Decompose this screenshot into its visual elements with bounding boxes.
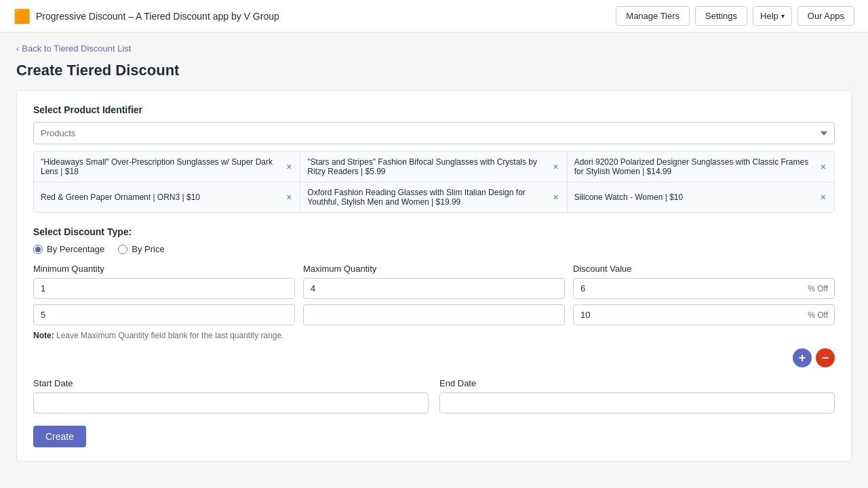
- max-qty-wrapper-1: [303, 278, 565, 299]
- min-qty-input-2[interactable]: [33, 304, 295, 325]
- product-tag-p1: "Hideaways Small" Over-Prescription Sung…: [34, 152, 300, 182]
- product-tag-label-p1: "Hideaways Small" Over-Prescription Sung…: [41, 157, 281, 176]
- main-card: Select Product Identifier Products "Hide…: [16, 90, 852, 462]
- settings-button[interactable]: Settings: [695, 6, 747, 26]
- app-logo-icon: 🟧: [14, 8, 31, 24]
- header-actions: Manage Tiers Settings Help ▾ Our Apps: [616, 6, 854, 26]
- date-section: Start Date End Date: [33, 378, 835, 413]
- min-qty-header: Minimum Quantity: [33, 264, 295, 274]
- product-tag-p2: "Stars and Stripes" Fashion Bifocal Sung…: [300, 152, 567, 182]
- product-tag-label-p2: "Stars and Stripes" Fashion Bifocal Sung…: [307, 157, 547, 176]
- app-header: 🟧 Progressive Discount – A Tiered Discou…: [0, 0, 868, 33]
- help-button[interactable]: Help ▾: [753, 6, 792, 26]
- product-tag-remove-p4[interactable]: ×: [285, 192, 293, 202]
- create-button[interactable]: Create: [33, 426, 86, 447]
- manage-tiers-button[interactable]: Manage Tiers: [616, 6, 690, 26]
- min-qty-wrapper-2: [33, 304, 295, 325]
- max-qty-wrapper-2: [303, 304, 565, 325]
- product-tag-p3: Adori 92020 Polarized Designer Sunglasse…: [568, 152, 834, 182]
- app-title-area: 🟧 Progressive Discount – A Tiered Discou…: [14, 8, 616, 24]
- product-select[interactable]: Products: [33, 122, 835, 144]
- by-percentage-radio[interactable]: [33, 245, 43, 254]
- product-tag-p6: Silicone Watch - Women | $10 ×: [568, 182, 834, 212]
- product-tag-label-p6: Silicone Watch - Women | $10: [574, 192, 815, 202]
- end-date-container: End Date: [439, 378, 835, 413]
- by-price-radio[interactable]: [118, 245, 127, 254]
- product-tag-p5: Oxford Fashion Reading Glasses with Slim…: [300, 182, 567, 212]
- selected-products-grid: "Hideaways Small" Over-Prescription Sung…: [33, 151, 835, 213]
- discount-type-radio-group: By Percentage By Price: [33, 244, 835, 254]
- app-title: Progressive Discount – A Tiered Discount…: [36, 11, 279, 22]
- min-qty-input-1[interactable]: [33, 278, 295, 299]
- product-tag-label-p4: Red & Green Paper Ornament | ORN3 | $10: [41, 192, 281, 202]
- quantity-headers: Minimum Quantity Maximum Quantity Discou…: [33, 264, 835, 274]
- page-content: ‹ Back to Tiered Discount List Create Ti…: [0, 33, 868, 472]
- min-qty-wrapper-1: [33, 278, 295, 299]
- discount-value-header: Discount Value: [573, 264, 835, 274]
- discount-type-label: Select Discount Type:: [33, 226, 835, 237]
- discount-type-section: Select Discount Type: By Percentage By P…: [33, 226, 835, 254]
- by-percentage-option[interactable]: By Percentage: [33, 244, 104, 254]
- max-qty-input-1[interactable]: [303, 278, 565, 299]
- quantity-row-1: % Off: [33, 278, 835, 299]
- end-date-label: End Date: [439, 378, 835, 388]
- our-apps-button[interactable]: Our Apps: [797, 6, 854, 26]
- end-date-input[interactable]: [439, 392, 835, 413]
- product-tag-remove-p2[interactable]: ×: [551, 162, 559, 171]
- max-qty-header: Maximum Quantity: [303, 264, 565, 274]
- product-tag-label-p5: Oxford Fashion Reading Glasses with Slim…: [307, 188, 547, 207]
- quantity-row-2: % Off: [33, 304, 835, 325]
- product-tag-label-p3: Adori 92020 Polarized Designer Sunglasse…: [574, 157, 815, 176]
- start-date-container: Start Date: [33, 378, 429, 413]
- by-price-option[interactable]: By Price: [118, 244, 164, 254]
- page-title: Create Tiered Discount: [16, 62, 852, 79]
- max-qty-input-2[interactable]: [303, 304, 565, 325]
- product-tag-p4: Red & Green Paper Ornament | ORN3 | $10 …: [34, 182, 300, 212]
- remove-row-button[interactable]: −: [816, 348, 835, 367]
- chevron-down-icon: ▾: [781, 12, 785, 20]
- note-text: Note: Leave Maximum Quantity field blank…: [33, 331, 835, 340]
- back-link[interactable]: ‹ Back to Tiered Discount List: [16, 43, 852, 54]
- back-arrow-icon: ‹: [16, 43, 19, 54]
- note-label: Note:: [33, 331, 54, 340]
- product-tag-remove-p3[interactable]: ×: [819, 162, 827, 171]
- product-tag-remove-p1[interactable]: ×: [285, 162, 293, 171]
- discount-value-input-1[interactable]: [573, 278, 835, 299]
- discount-value-wrapper-1: % Off: [573, 278, 835, 299]
- start-date-label: Start Date: [33, 378, 429, 388]
- product-tag-remove-p5[interactable]: ×: [551, 192, 559, 202]
- discount-value-wrapper-2: % Off: [573, 304, 835, 325]
- discount-value-input-2[interactable]: [573, 304, 835, 325]
- product-tag-remove-p6[interactable]: ×: [819, 192, 827, 202]
- add-row-button[interactable]: +: [793, 348, 812, 367]
- start-date-input[interactable]: [33, 392, 429, 413]
- row-actions: + −: [33, 348, 835, 367]
- product-identifier-label: Select Product Identifier: [33, 104, 835, 115]
